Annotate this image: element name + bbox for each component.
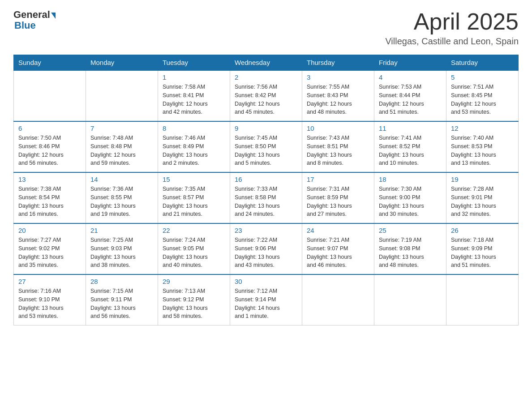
day-number: 10 [307,124,369,132]
week-row-1: 1Sunrise: 7:58 AMSunset: 8:41 PMDaylight… [14,70,519,121]
day-info: Sunrise: 7:22 AMSunset: 9:06 PMDaylight:… [235,236,297,270]
day-number: 27 [18,278,81,285]
day-number: 24 [307,227,369,234]
day-info: Sunrise: 7:43 AMSunset: 8:51 PMDaylight:… [307,134,369,167]
calendar-cell: 10Sunrise: 7:43 AMSunset: 8:51 PMDayligh… [302,121,374,172]
weekday-header-monday: Monday [86,55,158,71]
day-number: 28 [90,278,153,285]
day-info: Sunrise: 7:50 AMSunset: 8:46 PMDaylight:… [18,134,81,167]
day-number: 26 [451,227,514,234]
day-number: 22 [163,227,225,234]
calendar-cell [302,274,374,325]
month-title: April 2025 [385,9,519,34]
calendar-cell: 12Sunrise: 7:40 AMSunset: 8:53 PMDayligh… [446,121,519,172]
day-info: Sunrise: 7:36 AMSunset: 8:55 PMDaylight:… [90,185,153,218]
calendar-cell: 7Sunrise: 7:48 AMSunset: 8:48 PMDaylight… [86,121,158,172]
calendar-cell [374,274,446,325]
logo: General Blue [13,9,56,31]
calendar-cell: 14Sunrise: 7:36 AMSunset: 8:55 PMDayligh… [86,172,158,223]
day-number: 13 [18,176,81,183]
day-number: 16 [235,176,297,183]
calendar-cell: 8Sunrise: 7:46 AMSunset: 8:49 PMDaylight… [158,121,230,172]
day-number: 11 [379,124,442,132]
day-number: 7 [90,124,153,132]
day-info: Sunrise: 7:31 AMSunset: 8:59 PMDaylight:… [307,185,369,218]
day-info: Sunrise: 7:15 AMSunset: 9:11 PMDaylight:… [90,287,153,321]
week-row-5: 27Sunrise: 7:16 AMSunset: 9:10 PMDayligh… [14,274,519,325]
day-number: 18 [379,176,442,183]
calendar-cell: 15Sunrise: 7:35 AMSunset: 8:57 PMDayligh… [158,172,230,223]
calendar-cell: 22Sunrise: 7:24 AMSunset: 9:05 PMDayligh… [158,223,230,274]
day-info: Sunrise: 7:45 AMSunset: 8:50 PMDaylight:… [235,134,297,167]
day-number: 29 [163,278,225,285]
day-number: 1 [163,73,225,81]
day-info: Sunrise: 7:30 AMSunset: 9:00 PMDaylight:… [379,185,442,218]
day-number: 12 [451,124,514,132]
calendar-cell: 16Sunrise: 7:33 AMSunset: 8:58 PMDayligh… [230,172,302,223]
day-info: Sunrise: 7:56 AMSunset: 8:42 PMDaylight:… [235,83,297,116]
day-info: Sunrise: 7:55 AMSunset: 8:43 PMDaylight:… [307,83,369,116]
day-info: Sunrise: 7:41 AMSunset: 8:52 PMDaylight:… [379,134,442,167]
location-title: Villegas, Castille and Leon, Spain [385,36,519,47]
weekday-header-thursday: Thursday [302,55,374,71]
day-info: Sunrise: 7:38 AMSunset: 8:54 PMDaylight:… [18,185,81,218]
weekday-header-wednesday: Wednesday [230,55,302,71]
page-header: General Blue April 2025 Villegas, Castil… [13,9,519,47]
week-row-2: 6Sunrise: 7:50 AMSunset: 8:46 PMDaylight… [14,121,519,172]
day-info: Sunrise: 7:58 AMSunset: 8:41 PMDaylight:… [163,83,225,116]
day-number: 2 [235,73,297,81]
logo-general-text: General [13,9,50,21]
day-number: 15 [163,176,225,183]
day-number: 25 [379,227,442,234]
day-number: 30 [235,278,297,285]
calendar-cell [86,70,158,121]
calendar-cell: 24Sunrise: 7:21 AMSunset: 9:07 PMDayligh… [302,223,374,274]
calendar-cell [446,274,519,325]
calendar-cell: 2Sunrise: 7:56 AMSunset: 8:42 PMDaylight… [230,70,302,121]
logo-blue-text: Blue [14,20,36,31]
day-info: Sunrise: 7:21 AMSunset: 9:07 PMDaylight:… [307,236,369,270]
weekday-header-tuesday: Tuesday [158,55,230,71]
calendar-cell: 29Sunrise: 7:13 AMSunset: 9:12 PMDayligh… [158,274,230,325]
day-number: 3 [307,73,369,81]
day-info: Sunrise: 7:28 AMSunset: 9:01 PMDaylight:… [451,185,514,218]
calendar-cell: 19Sunrise: 7:28 AMSunset: 9:01 PMDayligh… [446,172,519,223]
day-number: 17 [307,176,369,183]
day-number: 5 [451,73,514,81]
calendar-cell: 25Sunrise: 7:19 AMSunset: 9:08 PMDayligh… [374,223,446,274]
day-info: Sunrise: 7:46 AMSunset: 8:49 PMDaylight:… [163,134,225,167]
day-info: Sunrise: 7:24 AMSunset: 9:05 PMDaylight:… [163,236,225,270]
calendar-cell: 30Sunrise: 7:12 AMSunset: 9:14 PMDayligh… [230,274,302,325]
calendar-cell: 26Sunrise: 7:18 AMSunset: 9:09 PMDayligh… [446,223,519,274]
day-info: Sunrise: 7:13 AMSunset: 9:12 PMDaylight:… [163,287,225,321]
day-number: 23 [235,227,297,234]
day-info: Sunrise: 7:53 AMSunset: 8:44 PMDaylight:… [379,83,442,116]
calendar-cell: 1Sunrise: 7:58 AMSunset: 8:41 PMDaylight… [158,70,230,121]
day-number: 9 [235,124,297,132]
day-info: Sunrise: 7:40 AMSunset: 8:53 PMDaylight:… [451,134,514,167]
day-number: 14 [90,176,153,183]
weekday-header-friday: Friday [374,55,446,71]
day-info: Sunrise: 7:48 AMSunset: 8:48 PMDaylight:… [90,134,153,167]
day-info: Sunrise: 7:33 AMSunset: 8:58 PMDaylight:… [235,185,297,218]
week-row-3: 13Sunrise: 7:38 AMSunset: 8:54 PMDayligh… [14,172,519,223]
calendar-header-row: SundayMondayTuesdayWednesdayThursdayFrid… [14,55,519,71]
day-info: Sunrise: 7:12 AMSunset: 9:14 PMDaylight:… [235,287,297,321]
title-section: April 2025 Villegas, Castille and Leon, … [385,9,519,47]
day-number: 21 [90,227,153,234]
day-number: 6 [18,124,81,132]
day-info: Sunrise: 7:18 AMSunset: 9:09 PMDaylight:… [451,236,514,270]
calendar-cell: 9Sunrise: 7:45 AMSunset: 8:50 PMDaylight… [230,121,302,172]
calendar-cell: 11Sunrise: 7:41 AMSunset: 8:52 PMDayligh… [374,121,446,172]
calendar-cell [14,70,86,121]
day-number: 4 [379,73,442,81]
day-info: Sunrise: 7:16 AMSunset: 9:10 PMDaylight:… [18,287,81,321]
day-info: Sunrise: 7:35 AMSunset: 8:57 PMDaylight:… [163,185,225,218]
calendar-cell: 17Sunrise: 7:31 AMSunset: 8:59 PMDayligh… [302,172,374,223]
weekday-header-sunday: Sunday [14,55,86,71]
day-info: Sunrise: 7:51 AMSunset: 8:45 PMDaylight:… [451,83,514,116]
calendar-cell: 13Sunrise: 7:38 AMSunset: 8:54 PMDayligh… [14,172,86,223]
calendar-cell: 5Sunrise: 7:51 AMSunset: 8:45 PMDaylight… [446,70,519,121]
calendar-cell: 4Sunrise: 7:53 AMSunset: 8:44 PMDaylight… [374,70,446,121]
day-info: Sunrise: 7:19 AMSunset: 9:08 PMDaylight:… [379,236,442,270]
